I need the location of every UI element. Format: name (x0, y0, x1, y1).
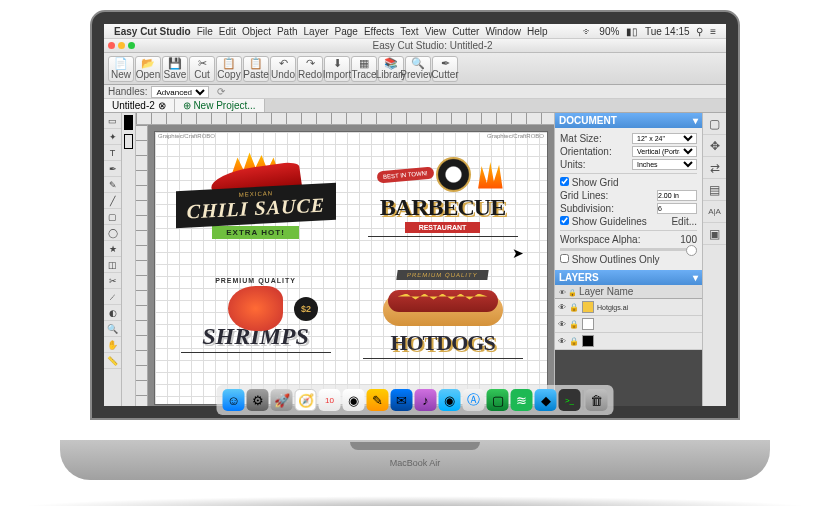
spotlight-icon[interactable]: ⚲ (696, 26, 703, 37)
page-tool-icon[interactable]: ▢ (703, 113, 726, 135)
panel-menu-icon[interactable]: ▾ (693, 272, 698, 283)
close-button[interactable] (108, 42, 115, 49)
toolbar-new-button[interactable]: 📄New (108, 56, 134, 82)
facetime-icon[interactable]: ▢ (487, 389, 509, 406)
terminal-icon[interactable]: >_ (559, 389, 581, 406)
calendar-icon[interactable]: 10 (319, 389, 341, 406)
layer-row[interactable]: 👁🔒Hotgigs.ai (555, 299, 702, 316)
doc-tab-1[interactable]: Untitled-2 ⊗ (104, 99, 175, 112)
toolbar-redo-button[interactable]: ↷Redo (297, 56, 323, 82)
pen-tool[interactable]: ✒ (104, 161, 121, 177)
wifi-icon[interactable]: ᯤ (583, 26, 593, 37)
menu-page[interactable]: Page (335, 26, 358, 37)
menu-help[interactable]: Help (527, 26, 548, 37)
show-guides-checkbox[interactable] (560, 216, 569, 225)
chrome-icon[interactable]: ◉ (343, 389, 365, 406)
app-icon[interactable]: ◆ (535, 389, 557, 406)
design-chili-sauce[interactable]: MEXICAN CHILI SAUCE EXTRA HOT! (173, 147, 338, 242)
toolbar-save-button[interactable]: 💾Save (162, 56, 188, 82)
itunes-icon[interactable]: ♪ (415, 389, 437, 406)
design-hotdogs[interactable]: PREMIUM QUALITY HOTDOGS (355, 260, 530, 368)
new-project-tab[interactable]: ⊕ New Project... (175, 99, 265, 112)
menu-layer[interactable]: Layer (304, 26, 329, 37)
alpha-slider[interactable] (560, 248, 697, 251)
menu-text[interactable]: Text (400, 26, 418, 37)
rect-tool[interactable]: ▢ (104, 209, 121, 225)
minimize-button[interactable] (118, 42, 125, 49)
trash-icon[interactable]: 🗑 (586, 389, 608, 406)
mat-size-select[interactable]: 12" x 24" (632, 133, 697, 144)
mail-icon[interactable]: ✉ (391, 389, 413, 406)
launchpad-icon[interactable]: 🚀 (271, 389, 293, 406)
color-tool-icon[interactable]: ▣ (703, 223, 726, 245)
menu-object[interactable]: Object (242, 26, 271, 37)
menu-edit[interactable]: Edit (219, 26, 236, 37)
eraser-tool[interactable]: ◫ (104, 257, 121, 273)
ellipse-tool[interactable]: ◯ (104, 225, 121, 241)
messages-icon[interactable]: ◉ (439, 389, 461, 406)
fill-swatch[interactable] (124, 115, 133, 130)
move-tool-icon[interactable]: ✥ (703, 135, 726, 157)
toolbar-import-button[interactable]: ⬇Import (324, 56, 350, 82)
align-tool-icon[interactable]: A|A (703, 201, 726, 223)
layer-row[interactable]: 👁🔒 (555, 316, 702, 333)
maximize-button[interactable] (128, 42, 135, 49)
settings-icon[interactable]: ⚙ (247, 389, 269, 406)
appstore-icon[interactable]: Ⓐ (463, 389, 485, 406)
toolbar-cutter-button[interactable]: ✒Cutter (432, 56, 458, 82)
eyedrop-tool[interactable]: ⟋ (104, 289, 121, 305)
pan-tool[interactable]: ✋ (104, 337, 121, 353)
select-tool[interactable]: ▭ (104, 113, 121, 129)
toolbar-copy-button[interactable]: 📋Copy (216, 56, 242, 82)
finder-icon[interactable]: ☺ (223, 389, 245, 406)
outlines-checkbox[interactable] (560, 254, 569, 263)
notes-icon[interactable]: ✎ (367, 389, 389, 406)
show-grid-checkbox[interactable] (560, 177, 569, 186)
clock[interactable]: Tue 14:15 (645, 26, 690, 37)
edit-guides-link[interactable]: Edit... (671, 216, 697, 227)
document-panel-header[interactable]: DOCUMENT▾ (555, 113, 702, 128)
orient-select[interactable]: Vertical (Portrait) (632, 146, 697, 157)
handles-refresh-icon[interactable]: ⟳ (217, 86, 225, 97)
battery-icon[interactable]: ▮▯ (626, 26, 638, 37)
toolbar-trace-button[interactable]: ▦Trace (351, 56, 377, 82)
notif-icon[interactable]: ≡ (710, 26, 716, 37)
toolbar-open-button[interactable]: 📂Open (135, 56, 161, 82)
star-tool[interactable]: ★ (104, 241, 121, 257)
design-shrimps[interactable]: PREMIUM QUALITY $2 SHRIMPS (173, 262, 338, 367)
toolbar-paste-button[interactable]: 📋Paste (243, 56, 269, 82)
menu-file[interactable]: File (197, 26, 213, 37)
measure-tool[interactable]: 📏 (104, 353, 121, 369)
close-tab-icon[interactable]: ⊗ (158, 100, 166, 111)
grid-lines-input[interactable] (657, 190, 697, 201)
menu-path[interactable]: Path (277, 26, 298, 37)
line-tool[interactable]: ╱ (104, 193, 121, 209)
units-select[interactable]: Inches (632, 159, 697, 170)
toolbar-preview-button[interactable]: 🔍Preview (405, 56, 431, 82)
menu-view[interactable]: View (425, 26, 447, 37)
app-menu[interactable]: Easy Cut Studio (114, 26, 191, 37)
layers-panel-header[interactable]: LAYERS▾ (555, 270, 702, 285)
safari-icon[interactable]: 🧭 (295, 389, 317, 406)
toolbar-cut-button[interactable]: ✂Cut (189, 56, 215, 82)
toolbar-undo-button[interactable]: ↶Undo (270, 56, 296, 82)
knife-tool[interactable]: ✂ (104, 273, 121, 289)
subdiv-input[interactable] (657, 203, 697, 214)
pencil-tool[interactable]: ✎ (104, 177, 121, 193)
stroke-swatch[interactable] (124, 134, 133, 149)
ruler-tool-icon[interactable]: ▤ (703, 179, 726, 201)
layer-row[interactable]: 👁🔒 (555, 333, 702, 350)
handles-mode[interactable]: Advanced (151, 86, 209, 98)
zoom-tool[interactable]: 🔍 (104, 321, 121, 337)
menu-window[interactable]: Window (485, 26, 521, 37)
flip-tool-icon[interactable]: ⇄ (703, 157, 726, 179)
cutting-mat[interactable]: Graphtec/CraftROBO Graphtec/CraftROBO ME… (154, 131, 548, 405)
menu-effects[interactable]: Effects (364, 26, 394, 37)
panel-menu-icon[interactable]: ▾ (693, 115, 698, 126)
text-tool[interactable]: T (104, 145, 121, 161)
gradient-tool[interactable]: ◐ (104, 305, 121, 321)
canvas[interactable]: Graphtec/CraftROBO Graphtec/CraftROBO ME… (148, 125, 554, 406)
spotify-icon[interactable]: ≋ (511, 389, 533, 406)
design-barbecue[interactable]: BEST IN TOWN! BARBECUE RESTAURANT (355, 147, 530, 247)
menu-cutter[interactable]: Cutter (452, 26, 479, 37)
